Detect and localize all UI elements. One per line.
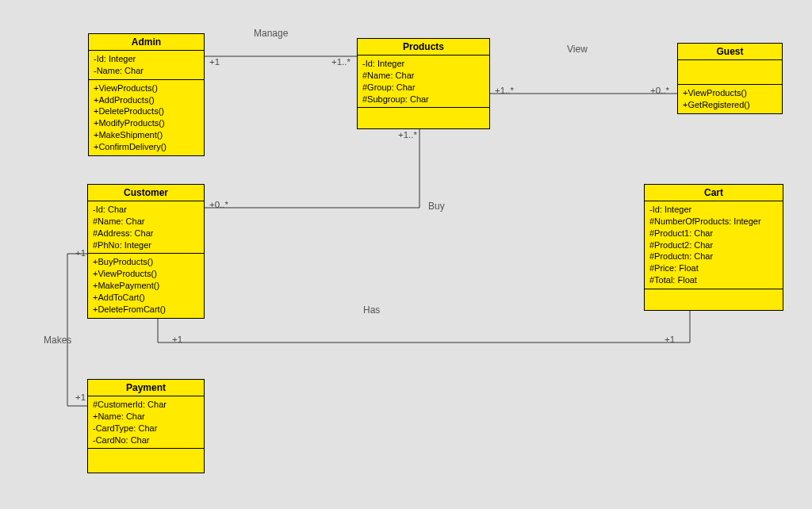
class-admin: Admin -Id: Integer -Name: Char +ViewProd… <box>88 33 205 156</box>
attributes-section: -Id: Char #Name: Char #Address: Char #Ph… <box>88 201 204 254</box>
mult: +1..* <box>495 86 514 95</box>
label-manage: Manage <box>254 28 288 39</box>
class-title: Guest <box>678 44 782 60</box>
attributes-section: #CustomerId: Char +Name: Char -CardType:… <box>88 396 204 449</box>
label-view: View <box>567 44 588 55</box>
mult: +1..* <box>398 130 417 140</box>
attributes-section: -Id: Integer #Name: Char #Group: Char #S… <box>358 55 489 108</box>
class-title: Admin <box>89 34 204 51</box>
operations-section: +ViewProducts() +AddProducts() +DeletePr… <box>89 80 204 155</box>
class-title: Cart <box>645 185 783 201</box>
class-title: Payment <box>88 380 204 396</box>
mult: +0..* <box>209 200 228 209</box>
class-title: Products <box>358 39 489 55</box>
class-guest: Guest +ViewProducts() +GetRegistered() <box>677 43 783 114</box>
mult: +1 <box>75 248 86 258</box>
attributes-section <box>678 60 782 85</box>
mult: +1 <box>172 335 182 344</box>
label-makes: Makes <box>44 335 71 346</box>
operations-section <box>358 108 489 128</box>
operations-section: +BuyProducts() +ViewProducts() +MakePaym… <box>88 254 204 317</box>
mult: +0..* <box>650 86 669 95</box>
class-title: Customer <box>88 185 204 201</box>
class-customer: Customer -Id: Char #Name: Char #Address:… <box>87 184 205 319</box>
mult: +1..* <box>331 57 350 67</box>
mult: +1 <box>75 392 86 402</box>
label-has: Has <box>363 304 380 316</box>
operations-section <box>88 449 204 473</box>
label-buy: Buy <box>428 201 445 212</box>
mult: +1 <box>665 335 675 344</box>
class-cart: Cart -Id: Integer #NumberOfProducts: Int… <box>644 184 783 311</box>
attributes-section: -Id: Integer -Name: Char <box>89 51 204 80</box>
attributes-section: -Id: Integer #NumberOfProducts: Integer … <box>645 201 783 289</box>
class-payment: Payment #CustomerId: Char +Name: Char -C… <box>87 379 205 473</box>
class-products: Products -Id: Integer #Name: Char #Group… <box>357 38 490 129</box>
operations-section <box>645 289 783 310</box>
mult: +1 <box>209 57 220 67</box>
operations-section: +ViewProducts() +GetRegistered() <box>678 85 782 113</box>
